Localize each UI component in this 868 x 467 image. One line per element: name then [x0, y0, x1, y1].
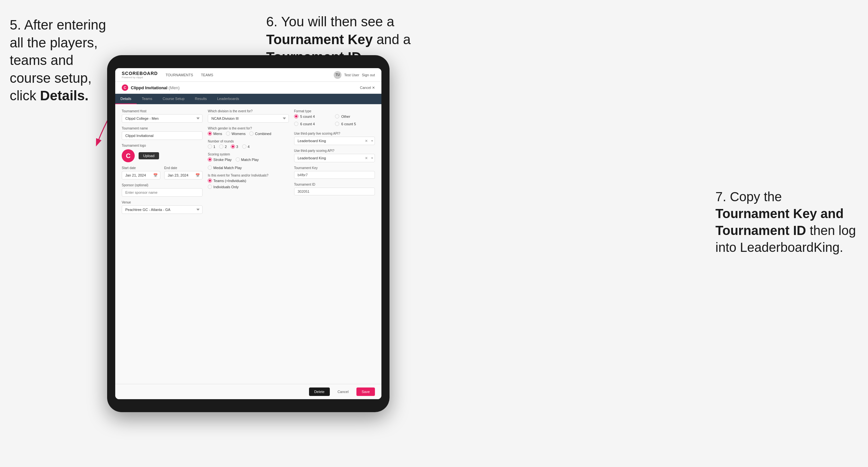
teams-individuals[interactable]: Individuals Only	[208, 185, 239, 189]
gender-womens-radio[interactable]	[226, 131, 230, 136]
rounds-radio-group: 1 2 3 4	[208, 145, 288, 149]
scoring-medal-match[interactable]: Medal Match Play	[208, 165, 242, 170]
save-button[interactable]: Save	[356, 387, 375, 396]
app-header: SCOREBOARD Powered by clippd TOURNAMENTS…	[115, 68, 381, 82]
tournament-name-input[interactable]	[122, 131, 203, 140]
gender-mens-radio[interactable]	[208, 131, 212, 136]
rounds-1-radio[interactable]	[208, 145, 212, 149]
teams-teams[interactable]: Teams (+Individuals)	[208, 179, 246, 183]
division-label: Which division is the event for?	[208, 110, 288, 113]
third-party-1-dropdown-icon: ▾	[371, 139, 373, 143]
sponsor-label: Sponsor (optional)	[122, 183, 203, 187]
start-date-group: Start date 📅	[122, 166, 160, 180]
scoring-stroke-label: Stroke Play	[213, 158, 231, 162]
third-party-1-group: Use third-party live scoring API? ✕ ▾	[294, 132, 375, 145]
logo-preview: C	[122, 149, 135, 162]
format-other-radio[interactable]	[335, 114, 339, 119]
third-party-2-input-wrap: ✕ ▾	[294, 154, 375, 162]
rounds-3-label: 3	[236, 145, 238, 149]
format-6count4-radio[interactable]	[294, 122, 298, 126]
rounds-1-label: 1	[213, 145, 215, 149]
teams-teams-label: Teams (+Individuals)	[213, 179, 246, 183]
form-columns: Tournament Host Clippd College - Men Tou…	[122, 110, 375, 218]
tablet-frame: SCOREBOARD Powered by clippd TOURNAMENTS…	[107, 55, 390, 412]
sponsor-input[interactable]	[122, 188, 203, 197]
third-party-2-group: Use third-party scoring API? ✕ ▾	[294, 149, 375, 162]
tab-leaderboards[interactable]: Leaderboards	[212, 94, 244, 104]
nav-tournaments[interactable]: TOURNAMENTS	[165, 73, 193, 77]
tab-details[interactable]: Details	[115, 94, 137, 104]
sign-out-link[interactable]: Sign out	[362, 73, 375, 77]
third-party-2-input[interactable]	[294, 154, 375, 162]
rounds-3[interactable]: 3	[231, 145, 238, 149]
date-row: Start date 📅 End date 📅	[122, 166, 203, 183]
third-party-2-label: Use third-party scoring API?	[294, 149, 375, 153]
tournament-key-value: b4fbr7	[294, 171, 375, 179]
user-avatar: TU	[334, 71, 341, 79]
gender-combined-radio[interactable]	[249, 131, 253, 136]
end-date-group: End date 📅	[164, 166, 203, 180]
rounds-2[interactable]: 2	[219, 145, 226, 149]
rounds-2-radio[interactable]	[219, 145, 223, 149]
rounds-4[interactable]: 4	[242, 145, 250, 149]
teams-individuals-radio[interactable]	[208, 185, 212, 189]
teams-label: Is this event for Teams and/or Individua…	[208, 174, 288, 177]
upload-button[interactable]: Upload	[138, 152, 159, 159]
scoring-match[interactable]: Match Play	[236, 157, 259, 162]
left-column: Tournament Host Clippd College - Men Tou…	[122, 110, 203, 218]
format-label: Format type	[294, 110, 375, 113]
division-select[interactable]: NCAA Division III	[208, 114, 288, 123]
format-other-label: Other	[341, 115, 350, 119]
third-party-1-label: Use third-party live scoring API?	[294, 132, 375, 135]
tournament-logo-icon: C	[122, 84, 128, 91]
tab-results[interactable]: Results	[190, 94, 212, 104]
format-5count4-radio[interactable]	[294, 114, 298, 119]
gender-combined-label: Combined	[255, 132, 271, 136]
user-name: Test User	[344, 73, 359, 77]
start-date-label: Start date	[122, 166, 160, 170]
scoring-match-radio[interactable]	[236, 157, 240, 162]
scoring-medal-match-radio[interactable]	[208, 165, 212, 170]
rounds-3-radio[interactable]	[231, 145, 235, 149]
tournament-id-value: 302051	[294, 188, 375, 195]
cancel-footer-button[interactable]: Cancel	[332, 387, 354, 396]
gender-group: Which gender is the event for? Mens Wome…	[208, 127, 288, 136]
third-party-1-clear[interactable]: ✕	[365, 139, 368, 143]
scoring-stroke[interactable]: Stroke Play	[208, 157, 231, 162]
format-6count5-radio[interactable]	[335, 122, 339, 126]
teams-teams-radio[interactable]	[208, 179, 212, 183]
tab-course-setup[interactable]: Course Setup	[157, 94, 190, 104]
tournament-logo-group: Tournament logo C Upload	[122, 144, 203, 162]
cancel-button[interactable]: Cancel ✕	[360, 86, 375, 90]
delete-button[interactable]: Delete	[309, 387, 330, 396]
format-6count4[interactable]: 6 count 4	[294, 122, 334, 126]
tournament-host-select[interactable]: Clippd College - Men	[122, 114, 203, 123]
tournament-host-group: Tournament Host Clippd College - Men	[122, 110, 203, 123]
third-party-1-input[interactable]	[294, 136, 375, 145]
gender-combined[interactable]: Combined	[249, 131, 271, 136]
annotation-left: 5. After entering all the players, teams…	[10, 16, 111, 105]
rounds-4-radio[interactable]	[242, 145, 246, 149]
format-other[interactable]: Other	[335, 114, 375, 119]
tablet-screen: SCOREBOARD Powered by clippd TOURNAMENTS…	[115, 68, 381, 399]
gender-womens[interactable]: Womens	[226, 131, 245, 136]
end-date-label: End date	[164, 166, 203, 170]
upload-area: C Upload	[122, 149, 203, 162]
teams-group: Is this event for Teams and/or Individua…	[208, 174, 288, 189]
format-6count5[interactable]: 6 count 5	[335, 122, 375, 126]
venue-select[interactable]: Peachtree GC - Atlanta - GA	[122, 206, 203, 214]
sponsor-group: Sponsor (optional)	[122, 183, 203, 197]
format-5count4[interactable]: 5 count 4	[294, 114, 334, 119]
tournament-key-label: Tournament Key	[294, 166, 375, 170]
third-party-2-clear[interactable]: ✕	[365, 156, 368, 160]
rounds-1[interactable]: 1	[208, 145, 215, 149]
scoring-stroke-radio[interactable]	[208, 157, 212, 162]
end-date-wrap: 📅	[164, 171, 203, 180]
form-footer: Delete Cancel Save	[115, 384, 381, 399]
gender-mens[interactable]: Mens	[208, 131, 222, 136]
nav-teams[interactable]: TEAMS	[201, 73, 213, 77]
tab-teams[interactable]: Teams	[137, 94, 157, 104]
teams-individuals-label: Individuals Only	[213, 185, 239, 189]
rounds-label: Number of rounds	[208, 139, 288, 143]
scoring-label: Scoring system	[208, 153, 288, 156]
